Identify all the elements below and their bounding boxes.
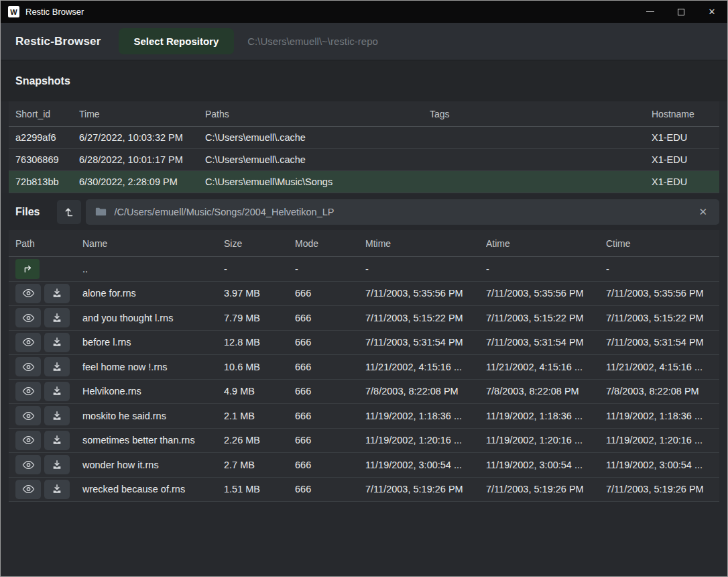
maximize-button[interactable]	[666, 1, 696, 23]
file-size: 2.26 MB	[224, 435, 295, 445]
file-row: before l.rns 12.8 MB 666 7/11/2003, 5:31…	[9, 331, 719, 356]
select-repository-button[interactable]: Select Repository	[119, 28, 235, 54]
file-atime: 7/11/2003, 5:15:22 PM	[486, 313, 606, 323]
files-table-header: Path Name Size Mode Mtime Atime Ctime	[9, 230, 719, 257]
parent-row-size: -	[224, 264, 295, 274]
download-icon	[52, 313, 62, 323]
download-file-button[interactable]	[44, 455, 70, 474]
parent-row-ctime: -	[606, 264, 719, 274]
download-file-button[interactable]	[44, 480, 70, 499]
download-file-button[interactable]	[44, 382, 70, 401]
file-size: 1.51 MB	[224, 484, 295, 494]
eye-icon	[22, 460, 35, 470]
file-mtime: 7/8/2003, 8:22:08 PM	[365, 386, 486, 397]
download-file-button[interactable]	[44, 284, 70, 303]
snapshot-time: 6/28/2022, 10:01:17 PM	[79, 154, 205, 165]
go-up-level-button[interactable]	[57, 200, 81, 224]
view-file-button[interactable]	[15, 333, 41, 352]
column-header-path: Path	[15, 238, 82, 249]
file-mtime: 7/11/2003, 5:35:56 PM	[365, 288, 486, 299]
download-icon	[52, 460, 62, 470]
eye-icon	[22, 313, 35, 323]
snapshot-hostname: X1-EDU	[652, 154, 719, 165]
file-row: feel home now !.rns 10.6 MB 666 11/21/20…	[9, 355, 719, 380]
view-file-button[interactable]	[15, 431, 41, 450]
eye-icon	[22, 337, 35, 347]
minimize-icon	[646, 11, 654, 12]
current-path-bar[interactable]: /C/Users/emuell/Music/Songs/2004_Helveti…	[86, 199, 719, 225]
snapshot-row[interactable]: a2299af6 6/27/2022, 10:03:32 PM C:\Users…	[9, 127, 719, 149]
file-mtime: 11/19/2002, 1:20:16 ...	[365, 435, 486, 445]
close-icon: ✕	[709, 7, 716, 17]
snapshot-hostname: X1-EDU	[652, 132, 719, 143]
download-file-button[interactable]	[44, 357, 70, 376]
eye-icon	[22, 288, 35, 298]
download-file-button[interactable]	[44, 431, 70, 450]
file-name: feel home now !.rns	[82, 362, 224, 372]
parent-directory-button[interactable]	[15, 259, 40, 279]
download-file-button[interactable]	[44, 333, 70, 352]
view-file-button[interactable]	[15, 455, 41, 474]
download-file-button[interactable]	[44, 308, 70, 327]
snapshot-short-id: a2299af6	[15, 132, 79, 143]
download-icon	[52, 411, 62, 421]
file-row: alone for.rns 3.97 MB 666 7/11/2003, 5:3…	[9, 282, 719, 307]
file-size: 7.79 MB	[224, 313, 295, 323]
file-mode: 666	[295, 362, 365, 372]
parent-directory-row: .. - - - - -	[9, 257, 719, 282]
snapshot-paths: C:\Users\emuell\.cache	[205, 154, 430, 165]
eye-icon	[22, 484, 35, 494]
file-mtime: 11/19/2002, 3:00:54 ...	[365, 460, 486, 470]
file-name: wrecked because of.rns	[82, 484, 224, 494]
view-file-button[interactable]	[15, 308, 41, 327]
app-header: Restic-Browser Select Repository C:\User…	[1, 23, 727, 60]
clear-path-button[interactable]: ✕	[696, 205, 710, 219]
clear-icon: ✕	[699, 206, 707, 217]
download-icon	[52, 435, 62, 445]
file-mtime: 7/11/2003, 5:15:22 PM	[365, 313, 486, 323]
snapshot-time: 6/30/2022, 2:28:09 PM	[79, 176, 205, 187]
file-name: before l.rns	[82, 337, 224, 348]
view-file-button[interactable]	[15, 406, 41, 425]
view-file-button[interactable]	[15, 480, 41, 499]
file-ctime: 11/19/2002, 3:00:54 ...	[606, 460, 719, 470]
file-mode: 666	[295, 484, 365, 494]
file-ctime: 11/19/2002, 1:18:36 ...	[606, 411, 719, 421]
file-row: Helvikone.rns 4.9 MB 666 7/8/2003, 8:22:…	[9, 380, 719, 405]
file-ctime: 7/11/2003, 5:35:56 PM	[606, 288, 719, 299]
file-name: alone for.rns	[82, 288, 224, 299]
snapshot-paths: C:\Users\emuell\.cache	[205, 132, 430, 143]
view-file-button[interactable]	[15, 284, 41, 303]
download-file-button[interactable]	[44, 406, 70, 425]
files-table-body: alone for.rns 3.97 MB 666 7/11/2003, 5:3…	[9, 282, 719, 503]
file-ctime: 7/11/2003, 5:15:22 PM	[606, 313, 719, 323]
close-button[interactable]: ✕	[696, 1, 727, 23]
file-mode: 666	[295, 411, 365, 421]
view-file-button[interactable]	[15, 357, 41, 376]
file-ctime: 11/21/2002, 4:15:16 ...	[606, 362, 719, 372]
column-header-hostname: Hostname	[652, 109, 719, 119]
column-header-tags: Tags	[430, 109, 652, 119]
file-mode: 666	[295, 313, 365, 323]
file-name: sometimes better than.rns	[82, 435, 224, 445]
column-header-time: Time	[79, 109, 205, 119]
snapshot-row[interactable]: 76306869 6/28/2022, 10:01:17 PM C:\Users…	[9, 149, 719, 171]
file-atime: 11/19/2002, 1:20:16 ...	[486, 435, 606, 445]
file-size: 3.97 MB	[224, 288, 295, 299]
snapshots-table-header: Short_id Time Paths Tags Hostname	[9, 101, 719, 127]
file-row: wrecked because of.rns 1.51 MB 666 7/11/…	[9, 478, 719, 503]
snapshot-row[interactable]: 72b813bb 6/30/2022, 2:28:09 PM C:\Users\…	[9, 171, 719, 193]
snapshot-time: 6/27/2022, 10:03:32 PM	[79, 132, 205, 143]
folder-icon	[95, 207, 107, 217]
file-mode: 666	[295, 386, 365, 397]
files-heading: Files	[15, 206, 40, 218]
snapshots-table: Short_id Time Paths Tags Hostname a2299a…	[9, 101, 719, 193]
eye-icon	[22, 386, 35, 396]
parent-row-atime: -	[486, 264, 606, 274]
file-row: wonder how it.rns 2.7 MB 666 11/19/2002,…	[9, 453, 719, 478]
file-name: moskito he said.rns	[82, 411, 224, 421]
minimize-button[interactable]	[635, 1, 666, 23]
snapshots-section-header: Snapshots	[1, 60, 727, 101]
view-file-button[interactable]	[15, 382, 41, 401]
file-atime: 11/21/2002, 4:15:16 ...	[486, 362, 606, 372]
